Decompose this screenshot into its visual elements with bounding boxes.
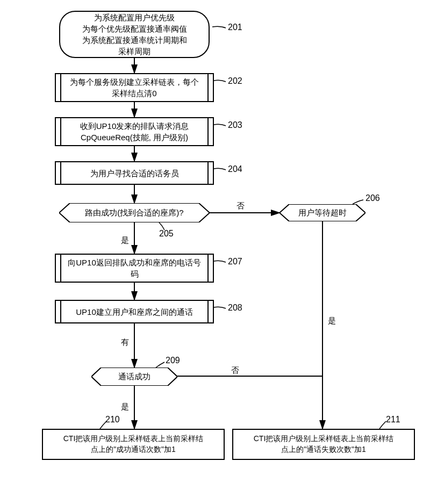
node-202-text: 为每个服务级别建立采样链表，每个 采样结点清0	[70, 76, 199, 99]
label-201: 201	[228, 23, 242, 32]
label-211: 211	[386, 415, 400, 424]
edge-yes-206: 是	[328, 316, 336, 326]
node-queue-request: 收到UP10发来的排队请求消息 CpQueueReq(技能, 用户级别)	[55, 117, 214, 146]
edge-has-208: 有	[121, 337, 129, 348]
node-establish-call: UP10建立用户和座席之间的通话	[55, 300, 214, 323]
label-209: 209	[166, 356, 180, 365]
label-206: 206	[366, 193, 380, 203]
node-205-text: 路由成功(找到合适的座席)?	[85, 208, 183, 218]
node-209-text: 通话成功	[118, 372, 150, 382]
node-call-success: 通话成功	[91, 368, 177, 386]
edge-no-209: 否	[231, 365, 239, 376]
label-204: 204	[228, 164, 242, 174]
node-203-text: 收到UP10发来的排队请求消息 CpQueueReq(技能, 用户级别)	[80, 120, 189, 143]
edge-no-205: 否	[236, 201, 245, 211]
node-fail-count-increment: CTI把该用户级别上采样链表上当前采样结 点上的"通话失败次数"加1	[232, 429, 415, 460]
node-208-text: UP10建立用户和座席之间的通话	[76, 306, 193, 318]
node-return-agent-number: 向UP10返回排队成功和座席的电话号 码	[55, 254, 214, 283]
node-206-text: 用户等待超时	[298, 208, 347, 218]
edge-yes-209: 是	[121, 402, 129, 412]
node-init-sampling-list: 为每个服务级别建立采样链表，每个 采样结点清0	[55, 73, 214, 102]
label-210: 210	[105, 415, 120, 424]
label-202: 202	[228, 76, 242, 86]
node-user-timeout: 用户等待超时	[280, 204, 366, 221]
node-configure-system: 为系统配置用户优先级 为每个优先级配置接通率阀值 为系统配置接通率统计周期和 采…	[59, 11, 210, 58]
label-205: 205	[159, 229, 174, 239]
node-207-text: 向UP10返回排队成功和座席的电话号 码	[68, 257, 201, 279]
edge-yes-205: 是	[121, 235, 129, 246]
node-211-text: CTI把该用户级别上采样链表上当前采样结 点上的"通话失败次数"加1	[254, 434, 394, 455]
node-201-text: 为系统配置用户优先级 为每个优先级配置接通率阀值 为系统配置接通率统计周期和 采…	[82, 12, 187, 57]
node-find-operator: 为用户寻找合适的话务员	[55, 161, 214, 185]
label-203: 203	[228, 120, 242, 130]
node-routing-success: 路由成功(找到合适的座席)?	[59, 203, 210, 222]
label-207: 207	[228, 257, 242, 267]
label-208: 208	[228, 303, 242, 313]
node-success-count-increment: CTI把该用户级别上采样链表上当前采样结 点上的"成功通话次数"加1	[42, 429, 225, 460]
node-210-text: CTI把该用户级别上采样链表上当前采样结 点上的"成功通话次数"加1	[63, 434, 204, 455]
node-204-text: 为用户寻找合适的话务员	[90, 168, 179, 179]
